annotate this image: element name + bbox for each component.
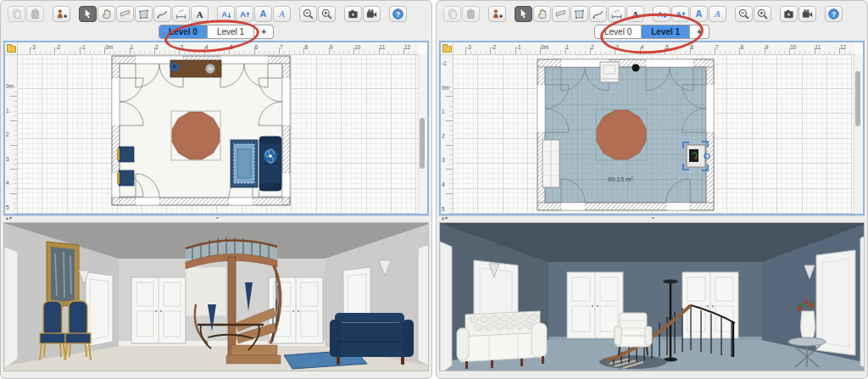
stairwell-round-table[interactable] xyxy=(596,109,647,160)
help-button[interactable] xyxy=(825,6,843,22)
create-photo-button[interactable] xyxy=(344,6,362,22)
ruler-tick-label: 0m xyxy=(6,83,14,89)
add-text-button[interactable] xyxy=(191,6,209,22)
bold-icon xyxy=(693,8,705,20)
stair-opening[interactable] xyxy=(599,355,667,369)
add-furniture-button[interactable] xyxy=(53,6,70,22)
tab-level-0[interactable]: Level 0 xyxy=(159,25,208,39)
copy-icon xyxy=(446,8,459,20)
wardrobe[interactable] xyxy=(542,140,559,187)
tab-level-1[interactable]: Level 1 xyxy=(208,25,254,39)
door[interactable] xyxy=(418,243,429,367)
white-double-door[interactable] xyxy=(131,277,186,343)
create-polylines-icon xyxy=(592,8,604,20)
scrollbar-thumb[interactable] xyxy=(855,71,860,126)
create-rooms-button[interactable] xyxy=(135,6,153,22)
ruler-tick-label: 2 xyxy=(442,133,445,139)
ceiling-lamp[interactable] xyxy=(632,64,640,72)
white-double-door[interactable] xyxy=(269,277,323,343)
round-dining-table[interactable] xyxy=(171,111,220,160)
navy-sofa-3d[interactable] xyxy=(330,313,414,365)
cabinet[interactable] xyxy=(600,62,619,82)
help-button[interactable] xyxy=(389,6,407,22)
add-furniture-button[interactable] xyxy=(488,6,506,22)
ruler-tick-label: 1 xyxy=(566,44,570,50)
add-level-tab[interactable]: + xyxy=(690,25,709,39)
ruler-tick-label: 8 xyxy=(304,44,308,50)
italic-button[interactable] xyxy=(709,6,726,22)
selected-wall-item[interactable] xyxy=(683,142,709,170)
copy-button[interactable] xyxy=(443,6,461,22)
ruler-tick-label: -1 xyxy=(442,60,447,66)
navy-sofa[interactable] xyxy=(259,137,281,191)
decrease-text-size-button[interactable] xyxy=(653,6,670,22)
ruler-tick-label: 6 xyxy=(691,44,694,50)
bold-button[interactable] xyxy=(690,6,708,22)
divider-handle-icon: • xyxy=(652,214,654,221)
3d-view[interactable] xyxy=(3,222,429,371)
door[interactable] xyxy=(4,247,18,369)
door[interactable] xyxy=(440,242,452,371)
pan-tool-button[interactable] xyxy=(533,6,551,22)
increase-text-size-button[interactable] xyxy=(236,6,253,22)
copy-icon xyxy=(10,8,23,20)
gold-framed-painting[interactable] xyxy=(47,242,79,308)
create-polylines-button[interactable] xyxy=(153,6,171,22)
copy-button[interactable] xyxy=(8,6,25,22)
plan-canvas[interactable]: 69.13 m² xyxy=(453,54,854,214)
navy-chair[interactable] xyxy=(117,147,134,162)
create-rooms-button[interactable] xyxy=(570,6,588,22)
ruler-tick-label: 2 xyxy=(155,44,159,50)
paste-button[interactable] xyxy=(26,6,44,22)
console-table[interactable] xyxy=(170,60,221,77)
plan-vertical-scrollbar[interactable] xyxy=(418,54,427,214)
zoom-out-icon xyxy=(302,8,314,20)
plan-panel: -3-2-10m123456789101112 -10m12345 xyxy=(439,41,865,215)
bold-icon xyxy=(257,8,270,20)
ruler-tick-label: 4 xyxy=(442,181,445,187)
zoom-in-icon xyxy=(756,8,769,20)
divider-collapse-icon[interactable]: ▴▾ xyxy=(442,215,448,220)
screen: Level 0 Level 1 + -3-2-10m12345678910111… xyxy=(0,0,868,379)
paste-button[interactable] xyxy=(462,6,480,22)
create-video-button[interactable] xyxy=(798,6,816,22)
ruler-tick-label: 9 xyxy=(765,44,769,50)
create-video-button[interactable] xyxy=(363,6,381,22)
zoom-in-button[interactable] xyxy=(318,6,336,22)
navy-chair[interactable] xyxy=(117,170,134,186)
3d-view[interactable] xyxy=(439,222,865,371)
zoom-out-button[interactable] xyxy=(299,6,317,22)
create-photo-button[interactable] xyxy=(780,6,798,22)
create-dimensions-button[interactable] xyxy=(608,6,626,22)
create-polylines-button[interactable] xyxy=(589,6,607,22)
tab-level-1[interactable]: Level 1 xyxy=(642,25,690,39)
bold-button[interactable] xyxy=(254,6,272,22)
horizontal-ruler: -3-2-10m123456789101112 xyxy=(17,42,419,55)
add-text-button[interactable] xyxy=(626,6,644,22)
select-tool-button[interactable] xyxy=(79,6,97,22)
add-level-tab[interactable]: + xyxy=(254,25,274,39)
decrease-text-size-button[interactable] xyxy=(217,6,235,22)
zoom-in-button[interactable] xyxy=(754,6,771,22)
tab-level-0[interactable]: Level 0 xyxy=(594,25,642,39)
italic-button[interactable] xyxy=(273,6,291,22)
create-dimensions-button[interactable] xyxy=(172,6,190,22)
oriental-rug[interactable] xyxy=(231,140,258,187)
scrollbar-thumb[interactable] xyxy=(420,118,425,169)
ruler-tick-label: 6 xyxy=(255,44,259,50)
plan-canvas[interactable] xyxy=(17,54,419,214)
create-walls-button[interactable] xyxy=(552,6,570,22)
ruler-tick-label: 1 xyxy=(442,109,445,114)
ruler-tick-label: -2 xyxy=(491,44,496,50)
door[interactable] xyxy=(860,235,865,369)
select-tool-button[interactable] xyxy=(515,6,532,22)
pan-tool-button[interactable] xyxy=(97,6,115,22)
ruler-tick-label: 12 xyxy=(840,44,846,50)
zoom-out-button[interactable] xyxy=(735,6,753,22)
plan-vertical-scrollbar[interactable] xyxy=(854,54,863,214)
increase-text-size-icon xyxy=(674,8,687,20)
increase-text-size-button[interactable] xyxy=(671,6,689,22)
create-walls-button[interactable] xyxy=(116,6,134,22)
divider-collapse-icon[interactable]: ▴▾ xyxy=(6,215,13,220)
divider-handle-icon: • xyxy=(216,214,219,221)
